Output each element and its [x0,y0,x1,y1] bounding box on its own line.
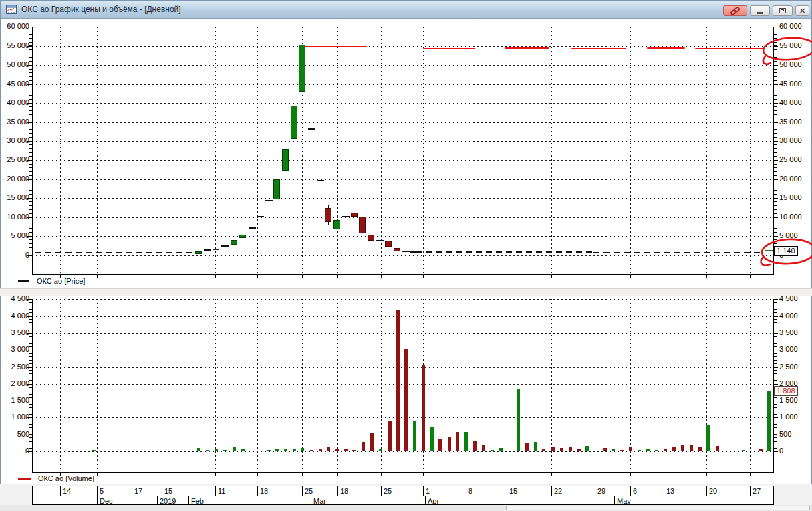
price-axis-right [773,27,774,275]
price-plot-area[interactable] [32,27,773,274]
price-ytick-label-right: 15 000 [779,193,810,201]
price-ytick-label-left: 5 000 [0,231,29,239]
volume-ytick-label-right: 3 000 [779,345,810,353]
volume-ytick-label-left: 4 000 [0,312,29,320]
volume-ytick-label-right: 0 [779,447,810,455]
price-ytick-label-right: 35 000 [779,118,810,126]
volume-ytick-label-left: 0 [0,447,29,455]
horizontal-scrollbar[interactable] [506,506,810,510]
price-ytick-label-right: 40 000 [779,98,810,106]
price-tick-x [706,275,707,278]
last-volume-box: 1 808 [774,386,798,396]
volume-ytick-label-left: 500 [0,430,29,438]
link-button[interactable] [723,5,747,16]
volume-ytick-label-left: 2 500 [0,363,29,371]
price-ytick-label-right: 25 000 [779,155,810,163]
window-title: ОКС ао График цены и объёма - [Дневной] [21,5,181,14]
price-tick-x [551,275,552,278]
volume-plot-area[interactable] [32,317,773,490]
price-tick-x [630,275,631,278]
price-ytick-label-right: 5 000 [779,231,810,239]
price-ytick-label-right: 60 000 [779,22,810,30]
scrollbar-grip[interactable] [718,507,724,510]
month-cell-border [97,496,98,505]
price-tick-x [132,275,132,278]
price-ytick-label-left: 35 000 [0,118,29,126]
price-ytick-label-left: 0 [0,251,29,259]
volume-ytick-label-left: 1 500 [0,396,29,404]
month-cell-border [157,496,158,505]
price-ytick-label-right: 30 000 [779,136,810,144]
price-tick-x [97,275,98,278]
date-row-divider [32,496,774,496]
price-legend-label: ОКС ао [Price] [37,277,85,285]
volume-ytick-label-left: 2 000 [0,379,29,387]
price-ytick-label-left: 55 000 [0,41,29,49]
date-cell-month: Apr [428,497,439,505]
price-series-marker [18,280,29,282]
month-cell-border [311,496,311,505]
date-cell-month: 2019 [160,497,176,505]
price-tick-x [423,275,424,278]
volume-ytick-label-right: 4 000 [779,312,810,320]
minimize-button[interactable] [750,5,770,16]
close-icon: ✕ [799,7,805,15]
price-ytick-label-left: 10 000 [0,213,29,221]
titlebar-buttons: ✕ [723,5,809,16]
volume-ytick-label-left: 3 000 [0,345,29,353]
volume-ytick-label-right: 4 500 [779,294,810,302]
price-tick-x [215,275,216,278]
chain-link-icon [730,7,740,15]
price-tick-x [257,275,258,278]
titlebar[interactable]: ОКС ао График цены и объёма - [Дневной] … [1,1,811,19]
date-cell-month: Mar [313,497,326,505]
date-cell-month: Feb [191,497,204,505]
volume-ytick-label-right: 3 500 [779,328,810,336]
price-tick-x [162,275,162,278]
date-cell-month: Dec [100,497,113,505]
volume-legend-label: ОКС ао [Volume] [38,474,94,482]
restore-button[interactable] [773,5,793,16]
price-ytick-label-left: 40 000 [0,98,29,106]
price-tick-x [750,275,751,278]
last-price-box: 1 140 [774,246,798,256]
price-tick-x [466,275,466,278]
price-ytick-label-left: 50 000 [0,60,29,68]
volume-gridline-h [32,299,773,300]
price-ytick-label-right: 10 000 [779,213,810,221]
price-tick-x [507,275,507,278]
volume-ytick-label-left: 1 000 [0,413,29,421]
month-cell-border [425,496,426,505]
price-ytick-label-left: 25 000 [0,155,29,163]
price-tick-x [664,275,664,278]
volume-tick-major-right [773,451,778,452]
price-tick-x [595,275,595,278]
price-ytick-label-left: 60 000 [0,22,29,30]
chart-window: ОКС ао График цены и объёма - [Дневной] … [0,0,812,511]
minimize-icon [757,12,763,14]
volume-ytick-label-right: 500 [779,430,810,438]
month-cell-border [614,496,615,505]
price-minor-ticks-right [774,27,777,255]
month-cell-border [188,496,189,505]
price-ytick-label-right: 55 000 [779,41,810,49]
price-legend: ОКС ао [Price] [18,276,85,286]
price-ytick-label-right: 45 000 [779,80,810,88]
price-chart-window-icon [6,4,17,15]
price-tick-x [381,275,382,278]
volume-minor-ticks-right [774,299,777,451]
volume-ytick-label-right: 1 000 [779,413,810,421]
price-tick-x [337,275,338,278]
price-ytick-label-right: 50 000 [779,60,810,68]
price-axis-bottom [32,274,774,275]
date-cell-month: May [617,497,631,505]
price-ytick-label-left: 20 000 [0,175,29,183]
price-ytick-label-left: 30 000 [0,136,29,144]
price-tick-x [302,275,303,278]
restore-icon [779,8,786,13]
price-ytick-label-right: 20 000 [779,175,810,183]
volume-legend: ОКС ао [Volume] [18,474,94,483]
price-ytick-label-left: 15 000 [0,193,29,201]
price-ytick-label-left: 45 000 [0,80,29,88]
close-button[interactable]: ✕ [795,5,809,16]
